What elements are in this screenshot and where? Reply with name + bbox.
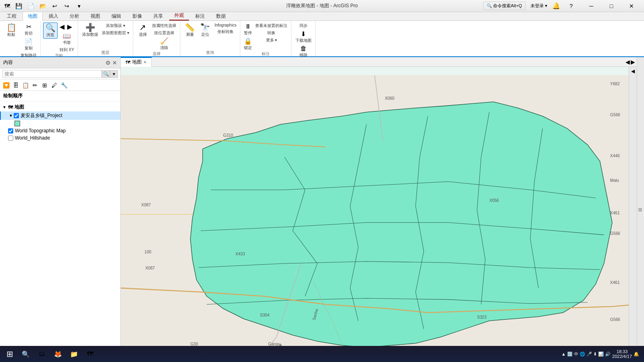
hillshade-layer-checkbox[interactable] (8, 136, 13, 141)
project-color-swatch (14, 121, 20, 126)
topo-layer-item[interactable]: World Topographic Map (0, 127, 120, 134)
measure-button[interactable]: 📏 测量 (183, 23, 197, 38)
pause-label-button[interactable]: ⏸ 暂停 (243, 23, 253, 36)
ribbon-group-annotation: ⏸ 暂停 🔒 锁定 查看未放置的标注 转换 更多 ▾ 标 (240, 21, 291, 56)
loc-select-label: 按位置选择 (154, 30, 174, 36)
date: 2022/4/17 (612, 354, 632, 359)
explorer-btn[interactable]: 📁 (66, 346, 82, 362)
paste-button[interactable]: 📋 粘贴 (4, 23, 19, 38)
hillshade-layer-item[interactable]: World_Hillshade (0, 134, 120, 142)
filter-icon[interactable]: 🔽 (2, 81, 10, 90)
coord-convert-button[interactable]: 坐标转换 (213, 29, 237, 35)
firefox-btn[interactable]: 🦊 (50, 346, 66, 362)
search-input[interactable] (2, 70, 102, 78)
tab-project[interactable]: 工程 (2, 12, 22, 21)
grid-icon[interactable]: ⊞ (40, 81, 49, 90)
draw-icon[interactable]: ✏ (31, 81, 39, 90)
basemap-items: 同步 ⬇ 下载地图 🗑 移除 (294, 23, 313, 58)
notification-area[interactable]: 🔔 (634, 352, 639, 357)
more-qat[interactable]: ▾ (74, 1, 84, 11)
tab-analysis[interactable]: 分析 (64, 12, 85, 21)
loc-select-button[interactable]: 按位置选择 (151, 30, 178, 36)
convert-label: 转换 (267, 30, 275, 36)
download-map-button[interactable]: ⬇ 下载地图 (294, 30, 313, 44)
login-label[interactable]: 未登录 ▾ (530, 3, 547, 9)
infographics-button[interactable]: Infographics (213, 23, 237, 28)
project-layer-item[interactable]: ▼ 麦安县乡镇_Project (0, 111, 120, 120)
taskbar-search[interactable]: 🔍 (18, 346, 34, 362)
start-button[interactable]: ⊞ (2, 346, 18, 362)
open-qat[interactable]: 📂 (38, 1, 47, 11)
add-preset-button[interactable]: 添加预设 ▾ (101, 23, 130, 29)
more-label-button[interactable]: 更多 ▾ (254, 37, 289, 43)
map-canvas[interactable]: G310 X060 X087 G566 Y682 X446 Malu X433 … (121, 67, 637, 362)
minimize-button[interactable]: ─ (582, 0, 601, 12)
tab-data[interactable]: 数据 (211, 12, 231, 21)
copy-button[interactable]: 📄 复制 (19, 37, 38, 51)
g566-btm-label: G566 (610, 317, 620, 322)
goto-xy-button[interactable]: 转到 XY (58, 47, 75, 53)
topo-layer-checkbox[interactable] (8, 128, 13, 134)
search-options-button[interactable]: ▾ (110, 70, 118, 78)
x087-label: X087 (141, 203, 151, 207)
redo-qat[interactable]: ↪ (62, 1, 72, 11)
pause-icon: ⏸ (245, 23, 251, 30)
tab-label[interactable]: 标注 (190, 12, 210, 21)
search-label: 命令搜索Alt+Q (493, 3, 522, 9)
right-sidebar-toggle[interactable]: ⊟ (637, 57, 644, 362)
browse-button[interactable]: 🔍 浏览 (43, 23, 58, 39)
bookmark-button[interactable]: 📖 书签 (58, 32, 75, 46)
nav-fwd-button[interactable]: ▶ (66, 23, 73, 31)
add-graphic-button[interactable]: 添加图形图层 ▾ (101, 30, 130, 36)
map-area[interactable]: 🗺 地图 ✕ ◀ ▶ (121, 57, 637, 362)
arcgis-taskbar-btn[interactable]: 🗺 (82, 346, 98, 362)
view-unplaced-button[interactable]: 查看未放置的标注 (254, 23, 289, 29)
project-layer-chevron: ▼ (9, 113, 13, 118)
notif-icon[interactable]: 🔔 (552, 2, 560, 10)
convert-label-button[interactable]: 转换 (254, 30, 289, 36)
select-button[interactable]: ↗ 选择 (136, 23, 150, 38)
attr-select-button[interactable]: 按属性性选择 (151, 23, 178, 29)
taskview-btn[interactable]: 🗂 (34, 346, 50, 362)
tab-view[interactable]: 视图 (85, 12, 105, 21)
clear-select-button[interactable]: 🧹 清除 (151, 37, 178, 51)
map-group-header[interactable]: ▼ 🗺 地图 (0, 103, 120, 111)
help-button[interactable]: ? (562, 0, 580, 12)
clock[interactable]: 18:33 2022/4/17 (612, 349, 632, 359)
table-icon[interactable]: 📋 (21, 81, 30, 90)
close-button[interactable]: ✕ (622, 0, 641, 12)
tab-edit[interactable]: 编辑 (106, 12, 126, 21)
map-tab[interactable]: 🗺 地图 ✕ (121, 57, 152, 67)
add-data-button[interactable]: ➕ 添加数据 (80, 23, 100, 38)
project-layer-checkbox[interactable] (14, 113, 19, 118)
tab-right-arrow[interactable]: ▶ (631, 59, 635, 65)
search-button[interactable]: 🔍 (102, 70, 110, 78)
sidebar-close-icon[interactable]: ✕ (112, 60, 117, 66)
map-tab-close[interactable]: ✕ (143, 60, 147, 64)
nav-back-button[interactable]: ◀ (58, 23, 66, 31)
tools-icon[interactable]: 🔧 (60, 81, 68, 90)
lock-button[interactable]: 🔒 锁定 (243, 37, 253, 51)
database-icon[interactable]: 🗄 (11, 81, 20, 90)
save-qat[interactable]: 💾 (14, 1, 23, 11)
remove-button[interactable]: 🗑 移除 (294, 45, 313, 58)
taskbar-systray: ▲ 🔡 中 🌐 🎤 ⬇ 📊 🔊 18:33 2022/4/17 🔔 (561, 349, 642, 359)
tab-appearance[interactable]: 外观 (169, 11, 189, 21)
sync-button[interactable]: 同步 (294, 23, 313, 29)
new-qat[interactable]: 📄 (26, 1, 35, 11)
tab-share[interactable]: 共享 (148, 12, 168, 21)
pen-icon[interactable]: 🖊 (50, 81, 59, 90)
tab-map[interactable]: 地图 (23, 12, 43, 21)
cut-button[interactable]: ✂ 剪切 (19, 23, 38, 37)
locate-button[interactable]: 🔭 定位 (198, 23, 213, 38)
collapse-right-btn[interactable]: ◀ (631, 68, 635, 74)
sidebar-settings-icon[interactable]: ⚙ (105, 60, 111, 66)
ribbon-group-selection: ↗ 选择 按属性性选择 按位置选择 🧹 清除 选择 (133, 21, 180, 56)
map-tab-icon: 🗺 (126, 60, 130, 65)
annotation-items: ⏸ 暂停 🔒 锁定 查看未放置的标注 转换 更多 ▾ (243, 23, 289, 51)
maximize-button[interactable]: □ (602, 0, 621, 12)
tab-imagery[interactable]: 影像 (127, 12, 147, 21)
tab-insert[interactable]: 插入 (43, 12, 64, 21)
tab-left-arrow[interactable]: ◀ (625, 59, 630, 65)
undo-qat[interactable]: ↩ (50, 1, 60, 11)
